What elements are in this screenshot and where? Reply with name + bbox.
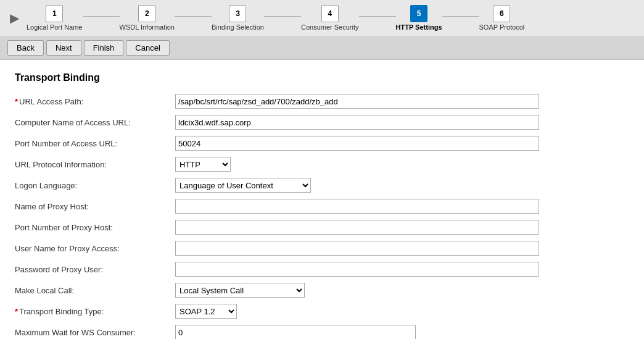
wizard-steps: 1 Logical Port Name 2 WSDL Information 3… [27, 5, 524, 31]
wizard-header: ▶ 1 Logical Port Name 2 WSDL Information… [0, 0, 644, 36]
make-local-call-select[interactable]: Local System Call No Yes [175, 283, 305, 298]
logon-language-label: Logon Language: [15, 181, 175, 190]
step-connector-3 [264, 16, 301, 17]
logon-language-select[interactable]: Language of User Context EN DE [175, 178, 311, 193]
computer-name-input[interactable] [175, 115, 539, 130]
make-local-call-row: Make Local Call: Local System Call No Ye… [15, 282, 629, 298]
step-connector-2 [175, 16, 212, 17]
step-number-5: 5 [410, 5, 427, 22]
wizard-step-5[interactable]: 5 HTTP Settings [396, 5, 442, 31]
transport-binding-type-select[interactable]: SOAP 1.2 SOAP 1.1 [175, 304, 237, 319]
computer-name-row: Computer Name of Access URL: [15, 114, 629, 130]
step-label-2: WSDL Information [120, 23, 175, 31]
toolbar: Back Next Finish Cancel [0, 36, 644, 60]
next-button[interactable]: Next [46, 40, 81, 56]
url-access-path-label: *URL Access Path: [15, 97, 175, 106]
wizard-arrow-icon: ▶ [10, 10, 19, 25]
logon-language-row: Logon Language: Language of User Context… [15, 177, 629, 193]
step-number-6: 6 [493, 5, 510, 22]
make-local-call-label: Make Local Call: [15, 286, 175, 295]
step-label-1: Logical Port Name [27, 23, 83, 31]
url-protocol-control: HTTP HTTPS [175, 157, 539, 172]
cancel-button[interactable]: Cancel [126, 40, 169, 56]
url-access-path-row: *URL Access Path: [15, 93, 629, 109]
url-access-path-input[interactable] [175, 94, 539, 109]
port-number-label: Port Number of Access URL: [15, 139, 175, 148]
max-wait-label: Maximum Wait for WS Consumer: [15, 328, 175, 337]
proxy-port-row: Port Number of Proxy Host: [15, 219, 629, 235]
step-number-1: 1 [46, 5, 63, 22]
transport-binding-type-row: *Transport Binding Type: SOAP 1.2 SOAP 1… [15, 303, 629, 319]
max-wait-row: Maximum Wait for WS Consumer: [15, 324, 629, 339]
step-number-3: 3 [229, 5, 246, 22]
step-number-4: 4 [321, 5, 339, 22]
computer-name-control [175, 115, 539, 130]
max-wait-control [175, 325, 539, 339]
proxy-user-input[interactable] [175, 241, 539, 256]
proxy-user-label: User Name for Proxy Access: [15, 244, 175, 253]
proxy-port-label: Port Number of Proxy Host: [15, 223, 175, 232]
computer-name-label: Computer Name of Access URL: [15, 118, 175, 127]
wizard-step-3[interactable]: 3 Binding Selection [212, 5, 264, 31]
proxy-host-input[interactable] [175, 199, 539, 214]
proxy-host-label: Name of Proxy Host: [15, 202, 175, 211]
wizard-step-2[interactable]: 2 WSDL Information [120, 5, 175, 31]
wizard-step-6[interactable]: 6 SOAP Protocol [479, 5, 525, 31]
step-number-2: 2 [138, 5, 155, 22]
proxy-host-row: Name of Proxy Host: [15, 198, 629, 214]
step-connector-1 [83, 16, 120, 17]
url-access-path-control [175, 94, 539, 109]
proxy-user-control [175, 241, 539, 256]
logon-language-control: Language of User Context EN DE [175, 178, 539, 193]
max-wait-input[interactable] [175, 325, 416, 339]
required-star-url: * [15, 97, 18, 106]
step-label-5: HTTP Settings [396, 23, 442, 31]
proxy-password-control [175, 262, 539, 277]
proxy-host-control [175, 199, 539, 214]
section-title: Transport Binding [15, 72, 629, 83]
make-local-call-control: Local System Call No Yes [175, 283, 539, 298]
port-number-row: Port Number of Access URL: [15, 135, 629, 151]
finish-button[interactable]: Finish [84, 40, 124, 56]
required-star-transport: * [15, 307, 18, 316]
step-connector-4 [359, 16, 396, 17]
step-label-3: Binding Selection [212, 23, 264, 31]
transport-binding-type-control: SOAP 1.2 SOAP 1.1 [175, 304, 539, 319]
url-protocol-row: URL Protocol Information: HTTP HTTPS [15, 156, 629, 172]
content-area: Transport Binding *URL Access Path: Comp… [0, 60, 644, 339]
port-number-control [175, 136, 539, 151]
proxy-password-row: Password of Proxy User: [15, 261, 629, 277]
step-label-4: Consumer Security [301, 23, 359, 31]
url-protocol-label: URL Protocol Information: [15, 160, 175, 169]
proxy-port-input[interactable] [175, 220, 539, 235]
back-button[interactable]: Back [7, 40, 44, 56]
proxy-password-label: Password of Proxy User: [15, 265, 175, 274]
url-protocol-select[interactable]: HTTP HTTPS [175, 157, 231, 172]
port-number-input[interactable] [175, 136, 539, 151]
step-connector-5 [442, 16, 479, 17]
step-label-6: SOAP Protocol [479, 23, 525, 31]
proxy-password-input[interactable] [175, 262, 539, 277]
wizard-step-4[interactable]: 4 Consumer Security [301, 5, 359, 31]
transport-binding-type-label: *Transport Binding Type: [15, 307, 175, 316]
proxy-port-control [175, 220, 539, 235]
wizard-step-1[interactable]: 1 Logical Port Name [27, 5, 83, 31]
proxy-user-row: User Name for Proxy Access: [15, 240, 629, 256]
